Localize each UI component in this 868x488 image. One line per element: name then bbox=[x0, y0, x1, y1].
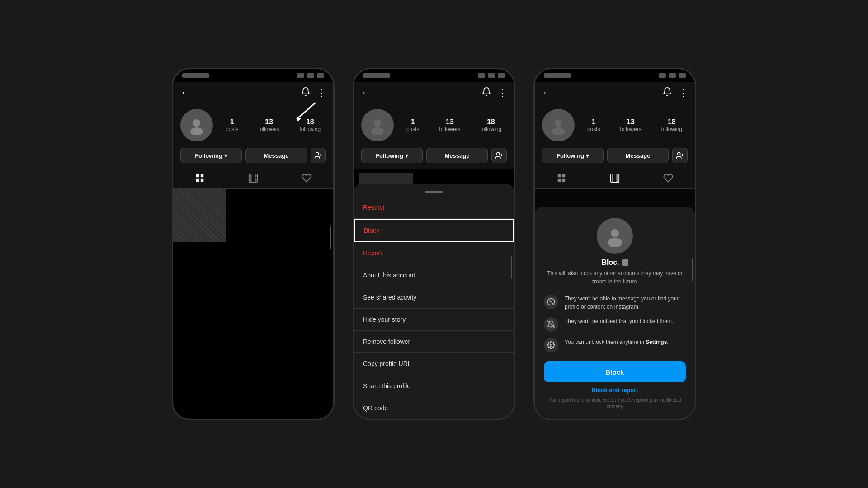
wifi-icon-2 bbox=[488, 73, 495, 78]
profile-info-2: 1 posts 13 followers 18 following bbox=[361, 109, 507, 141]
avatar-1 bbox=[180, 109, 213, 141]
add-person-button-3[interactable] bbox=[672, 148, 688, 163]
message-button-3[interactable]: Message bbox=[607, 148, 669, 163]
settings-icon bbox=[544, 338, 558, 352]
add-person-button-1[interactable] bbox=[311, 148, 326, 163]
back-button[interactable]: ← bbox=[180, 87, 190, 99]
share-profile-option[interactable]: Share this profile bbox=[354, 375, 514, 397]
tab-grid-1[interactable] bbox=[173, 169, 226, 188]
scroll-indicator-3 bbox=[692, 258, 693, 281]
following-button-1[interactable]: Following ▾ bbox=[180, 148, 242, 163]
more-icon-3[interactable]: ⋮ bbox=[679, 87, 688, 98]
svg-point-18 bbox=[371, 127, 384, 135]
no-message-icon bbox=[544, 295, 558, 309]
followers-label-1: followers bbox=[258, 126, 279, 132]
confirm-username: Bloc. bbox=[601, 258, 628, 267]
sheet-handle bbox=[425, 191, 443, 193]
posts-count-1: 1 bbox=[230, 118, 234, 126]
avatar-3 bbox=[542, 109, 575, 141]
following-button-2[interactable]: Following ▾ bbox=[361, 148, 423, 163]
svg-point-2 bbox=[316, 152, 319, 155]
following-label-3: following bbox=[661, 126, 682, 132]
confirm-avatar bbox=[597, 218, 633, 254]
nav-actions-1: ⋮ bbox=[301, 87, 326, 99]
profile-info-3: 1 posts 13 followers 18 following bbox=[542, 109, 688, 141]
status-time-1 bbox=[182, 73, 209, 78]
info-item-message: They won't be able to message you or fin… bbox=[544, 295, 686, 311]
stat-posts-1: 1 posts bbox=[226, 118, 239, 132]
remove-follower-option[interactable]: Remove follower bbox=[354, 331, 514, 353]
back-button-3[interactable]: ← bbox=[542, 87, 552, 99]
svg-point-36 bbox=[608, 238, 622, 247]
svg-line-38 bbox=[549, 300, 554, 305]
nav-actions-2: ⋮ bbox=[481, 87, 507, 99]
svg-rect-6 bbox=[201, 174, 203, 177]
svg-rect-30 bbox=[562, 179, 565, 182]
copy-url-option[interactable]: Copy profile URL bbox=[354, 353, 514, 375]
message-label-3: Message bbox=[626, 152, 651, 159]
about-account-option[interactable]: About this account bbox=[354, 264, 514, 286]
nav-actions-3: ⋮ bbox=[662, 87, 688, 99]
tabs-1 bbox=[173, 169, 333, 189]
hide-story-option[interactable]: Hide your story bbox=[354, 309, 514, 331]
status-bar-1 bbox=[173, 69, 333, 82]
back-button-2[interactable]: ← bbox=[361, 87, 371, 99]
add-person-button-2[interactable] bbox=[491, 148, 507, 163]
block-confirm-button[interactable]: Block bbox=[544, 361, 686, 382]
stat-posts-2: 1 posts bbox=[406, 118, 420, 132]
stats-1: 1 posts 13 followers 18 following bbox=[220, 118, 326, 132]
stat-followers-3: 13 followers bbox=[620, 118, 641, 132]
tab-grid-3[interactable] bbox=[535, 169, 588, 188]
tab-reels-1[interactable] bbox=[226, 169, 280, 188]
svg-rect-8 bbox=[201, 179, 203, 182]
top-nav-1: ← ⋮ bbox=[173, 82, 333, 103]
svg-rect-27 bbox=[558, 174, 561, 177]
tab-reels-3[interactable] bbox=[588, 169, 642, 188]
action-buttons-1: Following ▾ Message bbox=[180, 148, 326, 163]
block-confirm-sheet: Bloc. This will also block any other acc… bbox=[535, 207, 695, 419]
phone-2: ← ⋮ 1 posts bbox=[353, 68, 515, 420]
block-and-report-button[interactable]: Block and report bbox=[591, 387, 638, 394]
more-icon-2[interactable]: ⋮ bbox=[498, 87, 507, 98]
status-icons-2 bbox=[478, 73, 505, 78]
svg-line-39 bbox=[547, 321, 555, 328]
restrict-option[interactable]: Restrict bbox=[354, 197, 514, 219]
svg-rect-7 bbox=[196, 179, 199, 182]
following-count-2: 18 bbox=[487, 118, 495, 126]
stat-followers-2: 13 followers bbox=[439, 118, 460, 132]
block-option[interactable]: Block bbox=[354, 219, 514, 242]
top-nav-2: ← ⋮ bbox=[354, 82, 514, 103]
confirm-subtitle: This will also block any other accounts … bbox=[544, 269, 686, 286]
svg-point-17 bbox=[374, 119, 381, 127]
post-thumb-1[interactable] bbox=[173, 189, 226, 242]
bell-icon-2[interactable] bbox=[481, 87, 491, 99]
wifi-icon bbox=[307, 73, 314, 78]
message-button-2[interactable]: Message bbox=[426, 148, 488, 163]
phone-3: ← ⋮ 1 posts bbox=[533, 68, 696, 420]
shared-activity-option[interactable]: See shared activity bbox=[354, 286, 514, 309]
profile-section-2: 1 posts 13 followers 18 following Follow… bbox=[354, 103, 514, 169]
qr-code-option[interactable]: QR code bbox=[354, 397, 514, 419]
bell-icon-3[interactable] bbox=[662, 87, 672, 99]
svg-rect-5 bbox=[196, 174, 199, 177]
message-label: Message bbox=[264, 152, 289, 159]
profile-info-1: 1 posts 13 followers 18 following bbox=[180, 109, 326, 141]
following-count-1: 18 bbox=[306, 118, 314, 126]
phone-1: ← ⋮ bbox=[172, 68, 335, 420]
info-text-unblock: You can unblock them anytime in Settings… bbox=[565, 338, 686, 346]
profile-section-3: 1 posts 13 followers 18 following Follow… bbox=[535, 103, 695, 169]
bell-icon[interactable] bbox=[301, 87, 311, 99]
report-option[interactable]: Report bbox=[354, 242, 514, 264]
more-icon[interactable]: ⋮ bbox=[317, 87, 326, 98]
posts-label-2: posts bbox=[406, 126, 420, 132]
tab-tagged-3[interactable] bbox=[642, 169, 695, 188]
info-text-notify: They won't be notified that you blocked … bbox=[565, 317, 686, 325]
message-button-1[interactable]: Message bbox=[245, 148, 307, 163]
status-bar-3 bbox=[535, 69, 695, 82]
status-icons-3 bbox=[659, 73, 686, 78]
svg-point-0 bbox=[193, 119, 200, 127]
tab-tagged-1[interactable] bbox=[280, 169, 333, 188]
chevron-down-icon-3: ▾ bbox=[586, 152, 589, 159]
following-label-1: following bbox=[299, 126, 321, 132]
following-button-3[interactable]: Following ▾ bbox=[542, 148, 604, 163]
